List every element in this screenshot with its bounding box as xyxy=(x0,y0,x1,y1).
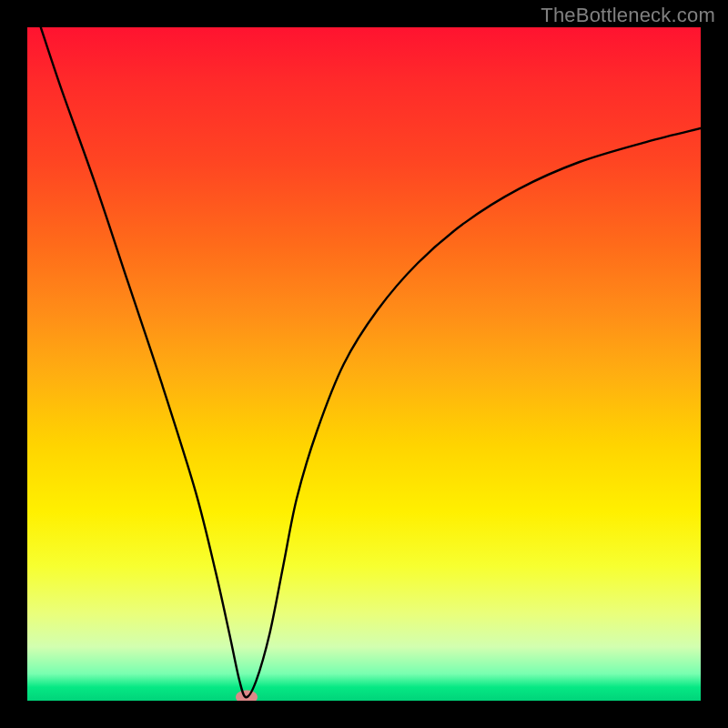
curve-svg xyxy=(27,27,701,701)
watermark-label: TheBottleneck.com xyxy=(541,4,715,27)
chart-frame: TheBottleneck.com xyxy=(0,0,728,728)
bottleneck-curve xyxy=(41,27,701,697)
plot-area xyxy=(27,27,701,701)
